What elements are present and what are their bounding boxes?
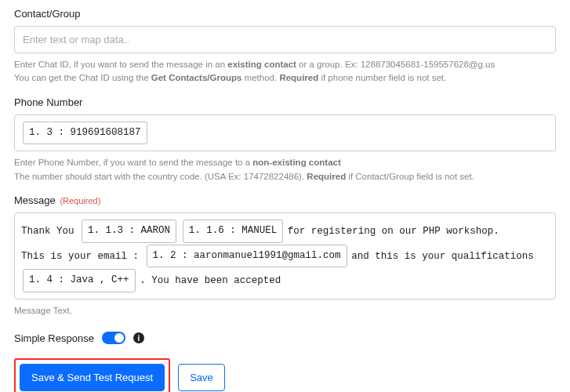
contact-group-help: Enter Chat ID, if you want to send the m… xyxy=(14,58,556,85)
contact-group-label: Contact/Group xyxy=(14,8,556,20)
form-wrapper: Contact/Group Enter Chat ID, if you want… xyxy=(0,0,570,392)
mapped-token[interactable]: 1. 4 : Java , C++ xyxy=(23,269,136,292)
help-text-bold: non-existing contact xyxy=(252,158,340,167)
help-text-part: or a group. Ex: 128873045681-159557628@g… xyxy=(296,60,495,69)
simple-response-label: Simple Response xyxy=(14,332,94,344)
contact-group-input[interactable] xyxy=(14,26,556,53)
help-text-part: method. xyxy=(241,73,279,82)
annotation-highlight: Save & Send Test Request xyxy=(14,358,170,392)
message-text-part: . You have been accepted xyxy=(140,276,281,287)
message-help: Message Text. xyxy=(14,304,556,318)
phone-number-help: Enter Phone Number, if you want to send … xyxy=(14,156,556,183)
help-text-part: if phone number field is not set. xyxy=(318,73,446,82)
help-text-part: You can get the Chat ID using the xyxy=(14,73,151,82)
mapped-token[interactable]: 1. 2 : aaronmanuel1991@gmail.com xyxy=(147,245,347,268)
save-send-test-button[interactable]: Save & Send Test Request xyxy=(20,364,165,391)
phone-number-label: Phone Number xyxy=(14,96,556,108)
contact-group-section: Contact/Group Enter Chat ID, if you want… xyxy=(14,8,556,85)
message-text-part: Thank You xyxy=(21,226,80,237)
mapped-token[interactable]: 1. 1.3 : AARON xyxy=(82,220,176,243)
help-text-part: Enter Chat ID, if you want to send the m… xyxy=(14,60,227,69)
phone-number-input[interactable]: 1. 3 : 919691608187 xyxy=(14,114,556,152)
message-label-text: Message xyxy=(14,194,56,206)
save-button[interactable]: Save xyxy=(178,364,225,391)
help-text-bold: Required xyxy=(307,172,346,181)
message-input[interactable]: Thank You 1. 1.3 : AARON 1. 1.6 : MANUEL… xyxy=(14,212,556,299)
help-text-part: The number should start with the country… xyxy=(14,172,307,181)
message-text-part: for registering on our PHP workshop. xyxy=(288,226,499,237)
help-text-bold: Get Contacts/Groups xyxy=(151,73,242,82)
required-tag: (Required) xyxy=(60,196,100,205)
phone-number-section: Phone Number 1. 3 : 919691608187 Enter P… xyxy=(14,96,556,183)
message-label: Message (Required) xyxy=(14,194,556,206)
simple-response-toggle[interactable] xyxy=(102,332,125,344)
info-icon[interactable]: i xyxy=(133,332,144,343)
help-text-part: if Contact/Group field is not set. xyxy=(346,172,474,181)
message-text-part: and this is your qualifications xyxy=(351,251,534,262)
message-section: Message (Required) Thank You 1. 1.3 : AA… xyxy=(14,194,556,318)
simple-response-row: Simple Response i xyxy=(14,332,556,344)
button-row: Save & Send Test Request Save xyxy=(14,358,556,392)
help-text-part: Enter Phone Number, if you want to send … xyxy=(14,158,252,167)
message-text-part: This is your email : xyxy=(21,251,145,262)
toggle-knob xyxy=(114,333,124,343)
help-text-bold: Required xyxy=(279,73,318,82)
help-text-bold: existing contact xyxy=(227,60,296,69)
mapped-token[interactable]: 1. 1.6 : MANUEL xyxy=(183,220,284,243)
mapped-token[interactable]: 1. 3 : 919691608187 xyxy=(23,122,147,145)
